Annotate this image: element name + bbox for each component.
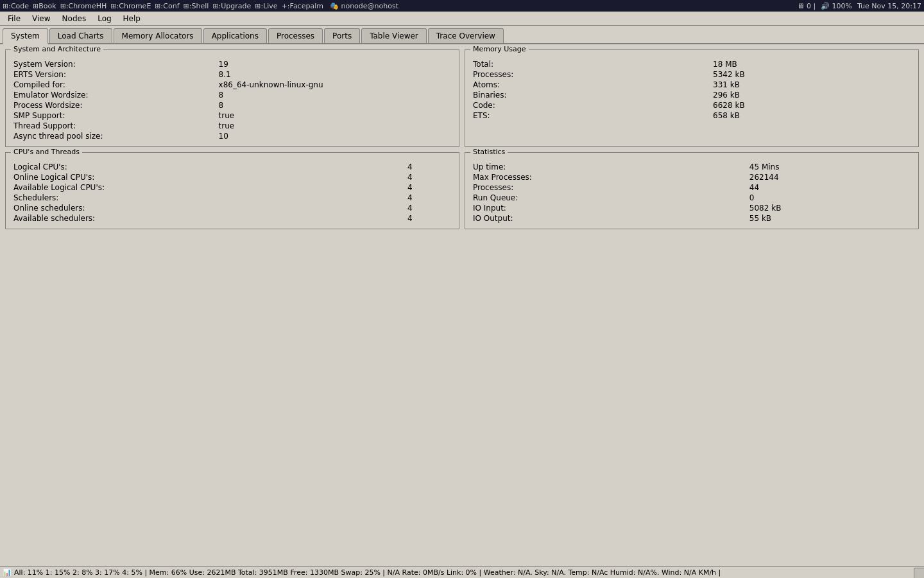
memory-usage-table: Total:18 MBProcesses:5342 kBAtoms:331 kB… xyxy=(470,59,913,121)
table-row: Online schedulers:4 xyxy=(11,203,454,213)
table-row: Compiled for:x86_64-unknown-linux-gnu xyxy=(11,80,454,90)
titlebar-code[interactable]: ⊞:Code xyxy=(3,2,29,10)
row-label: Available schedulers: xyxy=(11,213,402,223)
row-value: 19 xyxy=(214,59,454,69)
table-row: System Version:19 xyxy=(11,59,454,69)
titlebar-shell[interactable]: ⊞:Shell xyxy=(184,2,209,10)
row-label: IO Output: xyxy=(470,213,744,223)
titlebar-conf[interactable]: ⊞:Conf xyxy=(155,2,179,10)
table-row: Online Logical CPU's:4 xyxy=(11,172,454,182)
row-value: 45 Mins xyxy=(744,162,913,172)
system-architecture-table: System Version:19ERTS Version:8.1Compile… xyxy=(11,59,454,141)
menu-nodes[interactable]: Nodes xyxy=(57,13,92,24)
row-label: Binaries: xyxy=(470,90,708,100)
titlebar-chromehh[interactable]: ⊞:ChromeHH xyxy=(60,2,107,10)
statusbar-text: All: 11% 1: 15% 2: 8% 3: 17% 4: 5% | Mem… xyxy=(14,568,721,577)
row-value: 4 xyxy=(402,203,454,213)
tab-applications[interactable]: Applications xyxy=(203,28,267,43)
row-value: x86_64-unknown-linux-gnu xyxy=(214,80,454,90)
row-label: Up time: xyxy=(470,162,744,172)
cpus-threads-table: Logical CPU's:4Online Logical CPU's:4Ava… xyxy=(11,162,454,223)
statistics-table: Up time:45 MinsMax Processes:262144Proce… xyxy=(470,162,913,223)
row-label: SMP Support: xyxy=(11,110,214,121)
row-value: 18 MB xyxy=(708,59,913,69)
table-row: Processes:5342 kB xyxy=(470,69,913,80)
row-label: Processes: xyxy=(470,69,708,80)
table-row: Processes:44 xyxy=(470,182,913,193)
titlebar-live[interactable]: ⊞:Live xyxy=(255,2,277,10)
row-label: Compiled for: xyxy=(11,80,214,90)
table-row: Available Logical CPU's:4 xyxy=(11,182,454,193)
tab-memory-allocators[interactable]: Memory Allocators xyxy=(114,28,202,43)
row-label: Emulator Wordsize: xyxy=(11,90,214,100)
table-row: Max Processes:262144 xyxy=(470,172,913,182)
titlebar-upgrade[interactable]: ⊞:Upgrade xyxy=(212,2,251,10)
menu-log[interactable]: Log xyxy=(92,13,116,24)
row-value: 44 xyxy=(744,182,913,193)
tab-trace-overview[interactable]: Trace Overview xyxy=(428,28,504,43)
row-value: 6628 kB xyxy=(708,100,913,110)
table-row: Process Wordsize:8 xyxy=(11,100,454,110)
titlebar: ⊞:Code ⊞Book ⊞:ChromeHH ⊞:ChromeE ⊞:Conf… xyxy=(0,0,924,12)
table-row: Logical CPU's:4 xyxy=(11,162,454,172)
tab-ports[interactable]: Ports xyxy=(324,28,360,43)
row-value: 658 kB xyxy=(708,110,913,121)
titlebar-chromee[interactable]: ⊞:ChromeE xyxy=(110,2,151,10)
tab-system[interactable]: System xyxy=(3,28,48,44)
row-label: Thread Support: xyxy=(11,121,214,131)
row-value: 5082 kB xyxy=(744,203,913,213)
row-value: 4 xyxy=(402,172,454,182)
row-value: 0 xyxy=(744,193,913,203)
titlebar-volume: 🔊 100% xyxy=(821,2,852,10)
menubar: File View Nodes Log Help xyxy=(0,12,924,26)
table-row: Code:6628 kB xyxy=(470,100,913,110)
memory-usage-panel: Memory Usage Total:18 MBProcesses:5342 k… xyxy=(465,49,919,147)
row-label: ERTS Version: xyxy=(11,69,214,80)
menu-help[interactable]: Help xyxy=(118,13,146,24)
tab-processes[interactable]: Processes xyxy=(268,28,323,43)
row-value: true xyxy=(214,121,454,131)
memory-usage-title: Memory Usage xyxy=(470,45,529,53)
row-label: Total: xyxy=(470,59,708,69)
row-value: 296 kB xyxy=(708,90,913,100)
table-row: Up time:45 Mins xyxy=(470,162,913,172)
row-value: 10 xyxy=(214,131,454,141)
table-row: Schedulers:4 xyxy=(11,193,454,203)
main-content: System and Architecture System Version:1… xyxy=(0,44,924,234)
tabbar: System Load Charts Memory Allocators App… xyxy=(0,26,924,44)
tab-load-charts[interactable]: Load Charts xyxy=(49,28,112,43)
table-row: ERTS Version:8.1 xyxy=(11,69,454,80)
scrollbar-corner xyxy=(914,568,924,578)
titlebar-datetime: Tue Nov 15, 20:17 xyxy=(857,2,921,10)
menu-view[interactable]: View xyxy=(27,13,55,24)
titlebar-user: 🎭 nonode@nohost xyxy=(330,2,398,10)
row-value: 5342 kB xyxy=(708,69,913,80)
table-row: Binaries:296 kB xyxy=(470,90,913,100)
row-value: 331 kB xyxy=(708,80,913,90)
system-architecture-title: System and Architecture xyxy=(11,45,103,53)
row-label: Available Logical CPU's: xyxy=(11,182,402,193)
row-label: System Version: xyxy=(11,59,214,69)
row-label: Logical CPU's: xyxy=(11,162,402,172)
table-row: Run Queue:0 xyxy=(470,193,913,203)
titlebar-facepalm[interactable]: +:Facepalm xyxy=(282,2,323,10)
row-label: Run Queue: xyxy=(470,193,744,203)
table-row: Atoms:331 kB xyxy=(470,80,913,90)
tab-table-viewer[interactable]: Table Viewer xyxy=(361,28,427,43)
table-row: Available schedulers:4 xyxy=(11,213,454,223)
row-value: 8 xyxy=(214,90,454,100)
menu-file[interactable]: File xyxy=(3,13,26,24)
table-row: Async thread pool size:10 xyxy=(11,131,454,141)
cpus-threads-panel: CPU's and Threads Logical CPU's:4Online … xyxy=(5,152,459,229)
row-label: Async thread pool size: xyxy=(11,131,214,141)
table-row: SMP Support:true xyxy=(11,110,454,121)
row-value: 8 xyxy=(214,100,454,110)
row-label: Online schedulers: xyxy=(11,203,402,213)
titlebar-book[interactable]: ⊞Book xyxy=(33,2,56,10)
titlebar-display: 🖥 0 | xyxy=(797,2,816,10)
row-value: 8.1 xyxy=(214,69,454,80)
row-value: 262144 xyxy=(744,172,913,182)
table-row: IO Input:5082 kB xyxy=(470,203,913,213)
row-label: Online Logical CPU's: xyxy=(11,172,402,182)
row-value: 55 kB xyxy=(744,213,913,223)
